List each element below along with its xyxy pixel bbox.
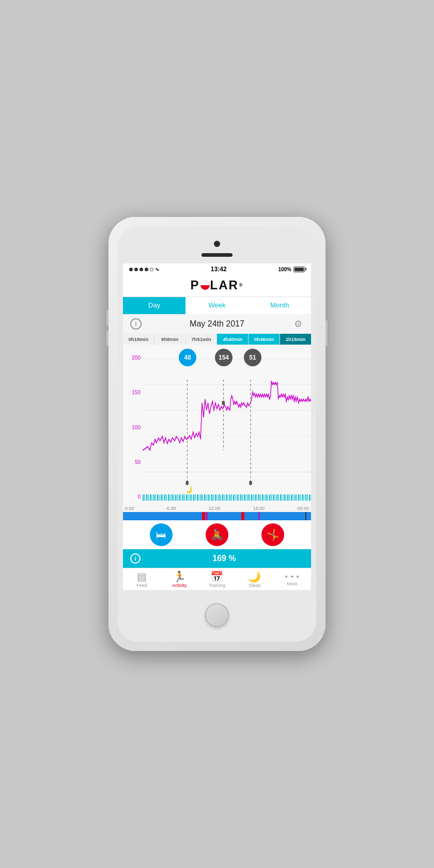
seg-0: 0h19min bbox=[123, 334, 154, 345]
activity-label: Activity bbox=[172, 583, 187, 588]
signal-dot-1 bbox=[129, 268, 133, 271]
y-label-0: 0 bbox=[123, 494, 143, 500]
y-axis-labels: 200 150 100 50 0 bbox=[123, 345, 143, 505]
y-label-150: 150 bbox=[123, 390, 143, 395]
feed-icon: ▤ bbox=[137, 571, 147, 582]
signal-area: ∿ bbox=[129, 267, 159, 272]
logo-registered: ® bbox=[239, 283, 244, 288]
status-time: 13:42 bbox=[211, 266, 227, 273]
battery-area: 100% bbox=[278, 267, 305, 272]
event-marker-4 bbox=[258, 512, 260, 520]
activity-sparkbar bbox=[143, 494, 311, 501]
date-display: May 24th 2017 bbox=[190, 319, 244, 329]
more-label: More bbox=[287, 581, 298, 586]
bubble-48: 48 bbox=[179, 349, 196, 366]
time-00: 00.00 bbox=[297, 506, 309, 511]
bubble-154-container: 154 bbox=[215, 349, 233, 366]
date-bar: i May 24th 2017 ⚙ bbox=[123, 314, 311, 334]
status-bar: ∿ 13:42 100% bbox=[123, 264, 311, 275]
sleep-label: Sleep bbox=[249, 583, 260, 588]
period-tabs: Day Week Month bbox=[123, 297, 311, 314]
activity-timeline-bar bbox=[123, 512, 311, 520]
training-icon: 📅 bbox=[210, 571, 223, 582]
battery-percent: 100% bbox=[278, 267, 291, 272]
app-header: P LAR ® bbox=[123, 275, 311, 297]
chart-svg-area: 🌙 48 154 51 bbox=[143, 345, 311, 505]
sleep-icon-bubble[interactable]: 🛏 bbox=[150, 523, 173, 546]
nav-more[interactable]: • • • More bbox=[273, 568, 311, 590]
power-button[interactable] bbox=[326, 320, 328, 346]
camera-icon bbox=[214, 241, 220, 247]
svg-point-8 bbox=[185, 481, 189, 485]
sleep-nav-icon: 🌙 bbox=[248, 571, 261, 582]
bubble-51: 51 bbox=[244, 349, 261, 366]
signal-dot-3 bbox=[140, 268, 143, 271]
seg-1: 9h8min bbox=[154, 334, 186, 345]
event-marker-5 bbox=[305, 512, 308, 520]
training-label: Training bbox=[209, 583, 225, 588]
svg-text:🌙: 🌙 bbox=[186, 485, 193, 494]
activity-icon-bubble[interactable]: 🤸 bbox=[261, 523, 284, 546]
phone-body: ∿ 13:42 100% P LAR ® bbox=[118, 226, 316, 642]
heart-rate-chart[interactable]: 200 150 100 50 0 bbox=[123, 345, 311, 505]
volume-down-button[interactable] bbox=[106, 331, 109, 346]
timeline-section: 0.00 6.00 12.00 18.00 00.00 bbox=[123, 505, 311, 520]
bubble-48-container: 48 bbox=[179, 349, 196, 366]
signal-dot-5 bbox=[150, 268, 153, 271]
wifi-icon: ∿ bbox=[155, 267, 159, 272]
activity-icon: 🏃 bbox=[173, 571, 186, 582]
nav-training[interactable]: 📅 Training bbox=[198, 568, 236, 590]
info-icon[interactable]: i bbox=[130, 318, 142, 330]
signal-dot-4 bbox=[145, 268, 148, 271]
phone-device: ∿ 13:42 100% P LAR ® bbox=[109, 217, 326, 651]
time-18: 18.00 bbox=[253, 506, 265, 511]
sparkbar-fill bbox=[143, 494, 311, 501]
time-6: 6.00 bbox=[167, 506, 176, 511]
seg-4: 0h46min bbox=[249, 334, 280, 345]
battery-fill bbox=[295, 268, 304, 271]
y-label-100: 100 bbox=[123, 425, 143, 430]
event-marker-2 bbox=[206, 512, 208, 520]
event-marker-3 bbox=[241, 512, 244, 520]
seg-5: 1h15min bbox=[280, 334, 311, 345]
logo-text-lar: LAR bbox=[210, 278, 239, 292]
volume-up-button[interactable] bbox=[106, 310, 109, 326]
seg-2: 7h51min bbox=[186, 334, 218, 345]
time-axis: 0.00 6.00 12.00 18.00 00.00 bbox=[123, 505, 311, 512]
cycling-icon-bubble[interactable]: 🚴 bbox=[206, 523, 228, 546]
y-label-50: 50 bbox=[123, 459, 143, 465]
event-marker-1 bbox=[202, 512, 205, 520]
nav-activity[interactable]: 🏃 Activity bbox=[161, 568, 198, 590]
time-segments-bar: 0h19min 9h8min 7h51min 4h40min 0h46min 1… bbox=[123, 334, 311, 345]
speaker-icon bbox=[202, 253, 233, 257]
progress-value: 169 % bbox=[145, 554, 304, 563]
settings-icon[interactable]: ⚙ bbox=[292, 318, 304, 330]
bubble-51-container: 51 bbox=[244, 349, 261, 366]
time-0: 0.00 bbox=[125, 506, 134, 511]
tab-week[interactable]: Week bbox=[185, 297, 248, 314]
progress-info-icon[interactable]: i bbox=[130, 553, 141, 564]
svg-point-10 bbox=[249, 481, 252, 485]
polar-logo: P LAR ® bbox=[191, 278, 244, 292]
phone-screen: ∿ 13:42 100% P LAR ® bbox=[123, 264, 311, 590]
progress-section: i 169 % bbox=[123, 549, 311, 568]
activity-icons-row: 🛏 🚴 🤸 bbox=[123, 520, 311, 549]
tab-day[interactable]: Day bbox=[123, 297, 185, 314]
home-button[interactable] bbox=[205, 603, 229, 627]
logo-text-p: P bbox=[191, 278, 200, 292]
time-12: 12.00 bbox=[209, 506, 221, 511]
chart-wrapper: 200 150 100 50 0 bbox=[123, 345, 311, 505]
nav-sleep[interactable]: 🌙 Sleep bbox=[236, 568, 273, 590]
battery-icon bbox=[293, 267, 305, 272]
tab-month[interactable]: Month bbox=[249, 297, 311, 314]
y-label-200: 200 bbox=[123, 355, 143, 361]
feed-label: Feed bbox=[136, 583, 147, 588]
seg-3: 4h40min bbox=[217, 334, 249, 345]
hr-chart-svg: 🌙 bbox=[143, 345, 311, 505]
nav-feed[interactable]: ▤ Feed bbox=[123, 568, 161, 590]
bubble-154: 154 bbox=[215, 349, 233, 366]
svg-point-9 bbox=[222, 401, 225, 405]
polar-logo-circle bbox=[200, 281, 210, 290]
more-icon: • • • bbox=[285, 573, 299, 580]
bottom-nav: ▤ Feed 🏃 Activity 📅 Training 🌙 Sleep • •… bbox=[123, 568, 311, 590]
